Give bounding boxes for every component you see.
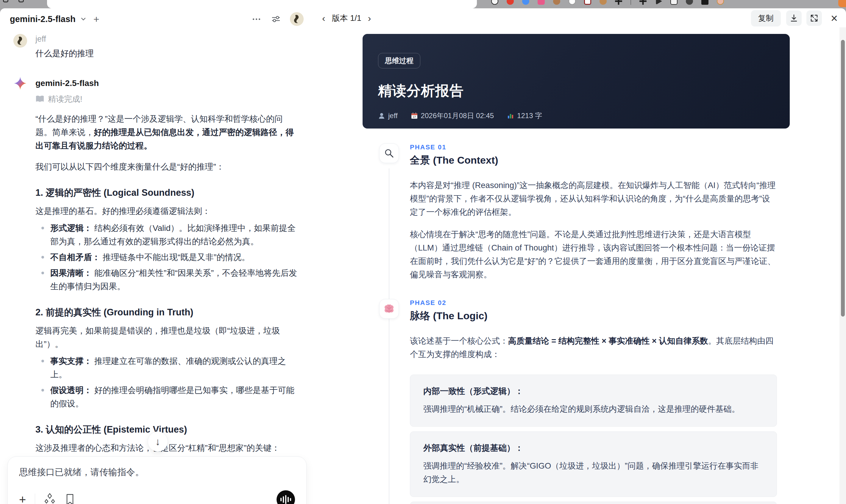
dimension-cards: 内部一致性（形式逻辑）： 强调推理的“机械正确”。结论必须在给定的规则系统内逻辑… xyxy=(410,375,777,504)
chat-panel: gemini-2.5-flash + xyxy=(0,8,313,504)
person-icon xyxy=(378,112,385,119)
phase-title: 脉络 (The Logic) xyxy=(410,309,777,323)
report-type-badge: 思维过程 xyxy=(378,53,420,68)
settings-sliders-icon[interactable] xyxy=(271,14,281,24)
phase-section-2: PHASE 02 脉络 (The Logic) 该论述基于一个核心公式：高质量结… xyxy=(363,299,839,504)
model-selector[interactable]: gemini-2.5-flash xyxy=(10,14,76,24)
section-intro: 逻辑再完美，如果前提是错误的，推理也是垃圾（即“垃圾进，垃圾出”）。 xyxy=(35,324,297,351)
dimension-card-body: 强调推理的“经验校准”。解决“GIGO（垃圾进，垃圾出）”问题，确保推理引擎运行… xyxy=(423,459,763,486)
fullscreen-button[interactable] xyxy=(806,11,822,26)
browser-corner-decoration xyxy=(838,0,846,7)
extension-icon[interactable] xyxy=(568,0,576,5)
preview-panel: ‹ 版本 1/1 › 复制 × 思维过程 精读分析报告 xyxy=(313,8,846,504)
extension-icon[interactable] xyxy=(655,0,662,5)
list-item: 形式逻辑： 结构必须有效（Valid）。比如演绎推理中，如果前提全部为真，那么通… xyxy=(35,221,297,248)
phase-paragraph: 本内容是对“推理 (Reasoning)”这一抽象概念的高层建模。在知识爆炸与人… xyxy=(410,179,777,219)
bar-chart-icon xyxy=(507,112,514,119)
user-name: jeff xyxy=(35,35,94,44)
voice-input-button[interactable] xyxy=(277,490,295,504)
assistant-paragraph: 我们可以从以下四个维度来衡量什么是“好的推理”： xyxy=(35,160,297,174)
extension-icon[interactable] xyxy=(522,0,529,5)
dimension-card-title: 内部一致性（形式逻辑）： xyxy=(423,385,763,397)
scroll-to-bottom-button[interactable]: ↓ xyxy=(148,431,168,452)
bookmark-icon[interactable] xyxy=(66,493,74,504)
version-prev-button[interactable]: ‹ xyxy=(322,13,325,23)
composer-input[interactable]: 思维接口已就绪，请传输指令。 xyxy=(19,466,295,479)
bullet-dot xyxy=(41,272,44,274)
extension-icon[interactable] xyxy=(537,0,545,5)
book-icon xyxy=(35,95,45,103)
user-avatar[interactable] xyxy=(290,12,304,26)
chevron-down-icon[interactable] xyxy=(80,16,87,23)
dimension-card: 主体伦理（认识美德）： 转向推理者的心理特征。引入奥卡姆剃刀和反向论证，旨在克服… xyxy=(410,502,777,504)
extension-separator xyxy=(631,0,631,5)
phase-paragraph: 该论述基于一个核心公式：高质量结论 = 结构完整性 × 事实准确性 × 认知自律… xyxy=(410,334,777,361)
extension-icon[interactable] xyxy=(701,0,708,5)
phase-label: PHASE 02 xyxy=(410,299,777,307)
report-document[interactable]: 思维过程 精读分析报告 jeff 17 2026年01月08日 02:45 12… xyxy=(313,28,839,504)
brain-icon xyxy=(379,299,399,319)
section-heading: 2. 前提的真实性 (Grounding in Truth) xyxy=(35,306,297,319)
assistant-status-line: 精读完成! xyxy=(35,94,297,104)
dimension-card-title: 外部真实性（前提基础）： xyxy=(423,443,763,454)
copy-button[interactable]: 复制 xyxy=(751,10,781,26)
extension-icon[interactable] xyxy=(686,0,693,5)
extension-icon[interactable] xyxy=(600,0,607,5)
list-item: 假设透明： 好的推理会明确指明哪些是已知事实，哪些是基于可能的假设。 xyxy=(35,383,297,410)
calendar-icon: 17 xyxy=(411,112,418,119)
phase-section-1: PHASE 01 全景 (The Context) 本内容是对“推理 (Reas… xyxy=(363,143,839,281)
dimension-card-body: 强调推理的“机械正确”。结论必须在给定的规则系统内逻辑自洽，这是推理的硬件基础。 xyxy=(423,402,763,416)
dimension-card: 内部一致性（形式逻辑）： 强调推理的“机械正确”。结论必须在给定的规则系统内逻辑… xyxy=(410,375,777,427)
preview-scrollbar-thumb[interactable] xyxy=(841,40,845,317)
extension-icon[interactable] xyxy=(584,0,591,5)
close-preview-button[interactable]: × xyxy=(831,12,838,24)
skills-diamonds-icon[interactable] xyxy=(44,493,55,504)
app-window: gemini-2.5-flash + xyxy=(0,8,846,504)
section-heading: 3. 认知的公正性 (Epistemic Virtues) xyxy=(35,424,297,436)
dimension-card: 外部真实性（前提基础）： 强调推理的“经验校准”。解决“GIGO（垃圾进，垃圾出… xyxy=(410,431,777,497)
attach-plus-icon[interactable]: + xyxy=(19,493,26,504)
chat-header: gemini-2.5-flash + xyxy=(0,8,313,30)
bullet-dot xyxy=(41,389,44,392)
svg-text:17: 17 xyxy=(413,115,416,119)
profile-avatar-icon[interactable] xyxy=(717,0,724,5)
list-item: 事实支撑： 推理建立在可靠的数据、准确的观测或公认的真理之上。 xyxy=(35,354,297,381)
user-message: jeff 什么是好的推理 xyxy=(13,34,295,59)
gemini-star-icon xyxy=(13,76,27,90)
download-button[interactable] xyxy=(786,11,801,26)
report-datetime: 17 2026年01月08日 02:45 xyxy=(411,111,494,121)
bullet-dot xyxy=(41,256,44,258)
report-word-count: 1213 字 xyxy=(507,111,542,121)
report-title: 精读分析报告 xyxy=(378,82,774,100)
browser-addressbar-remnant[interactable] xyxy=(47,0,477,8)
report-author: jeff xyxy=(378,112,398,120)
list-item: 因果清晰： 能准确区分“相关性”和“因果关系”，不会轻率地将先后发生的事情归为因… xyxy=(35,266,297,293)
message-composer[interactable]: 思维接口已就绪，请传输指令。 + xyxy=(7,456,306,504)
user-avatar xyxy=(13,34,27,48)
report-timeline: PHASE 01 全景 (The Context) 本内容是对“推理 (Reas… xyxy=(363,143,839,504)
report-meta: jeff 17 2026年01月08日 02:45 1213 字 xyxy=(378,111,774,121)
version-next-button[interactable]: › xyxy=(368,13,371,23)
bullet-dot xyxy=(41,360,44,362)
browser-nav-remnant xyxy=(3,0,24,2)
section-heading: 1. 逻辑的严密性 (Logical Soundness) xyxy=(35,186,297,199)
browser-extension-icons[interactable] xyxy=(491,0,724,5)
preview-scrollbar[interactable] xyxy=(840,28,846,504)
bullet-list: 形式逻辑： 结构必须有效（Valid）。比如演绎推理中，如果前提全部为真，那么通… xyxy=(35,221,297,293)
extension-icon[interactable] xyxy=(639,0,647,5)
extension-icon[interactable] xyxy=(491,0,498,5)
extension-icon[interactable] xyxy=(507,0,514,5)
bullet-dot xyxy=(41,227,44,229)
magnifier-icon xyxy=(379,143,399,163)
user-message-text: 什么是好的推理 xyxy=(35,48,94,59)
new-chat-button[interactable]: + xyxy=(93,14,100,24)
extension-icon[interactable] xyxy=(553,0,560,5)
report-hero-card: 思维过程 精读分析报告 jeff 17 2026年01月08日 02:45 12… xyxy=(363,34,790,128)
phase-title: 全景 (The Context) xyxy=(410,154,777,167)
bullet-list: 事实支撑： 推理建立在可靠的数据、准确的观测或公认的真理之上。 假设透明： 好的… xyxy=(35,354,297,410)
assistant-name: gemini-2.5-flash xyxy=(35,78,99,88)
extension-icon[interactable] xyxy=(670,0,677,5)
more-options-icon[interactable] xyxy=(253,18,260,20)
phase-paragraph: 核心情境在于解决“思考的随意性”问题。不论是人类通过批判性思维进行决策，还是大语… xyxy=(410,228,777,281)
extension-icon[interactable] xyxy=(615,0,622,5)
